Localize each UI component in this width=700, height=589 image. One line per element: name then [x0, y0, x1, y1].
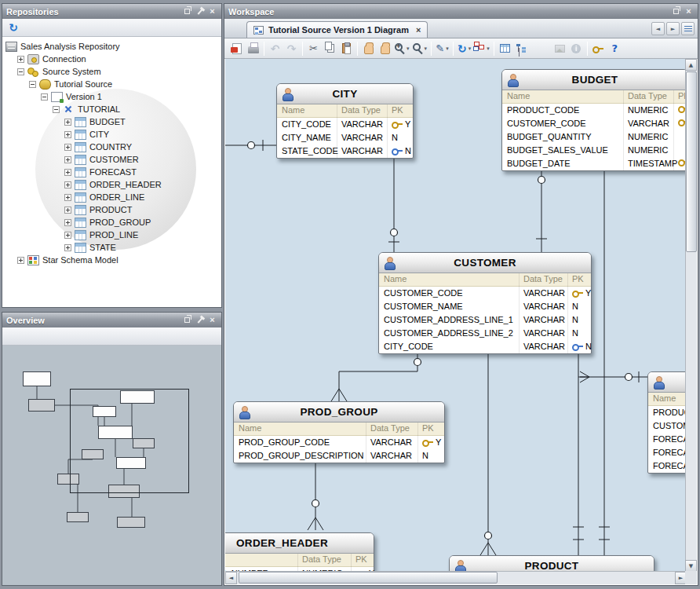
entity-table-product[interactable]: PRODUCT [449, 555, 654, 572]
entity-header[interactable]: BUDGET [502, 70, 687, 90]
zoom-in-icon[interactable]: ▾ [393, 40, 411, 57]
overview-titlebar[interactable]: Overview × [2, 313, 221, 327]
expand-icon[interactable] [64, 219, 71, 226]
entity-table-prod-group[interactable]: PROD_GROUPNameData TypePKPROD_GROUP_CODE… [233, 401, 445, 463]
entity-row-forecast-quantity[interactable]: FORECAST_QUANTITY [648, 433, 687, 446]
float-button[interactable] [671, 6, 681, 16]
grab-icon[interactable] [377, 40, 393, 57]
minimap-viewport[interactable] [70, 389, 189, 493]
tree-item-city[interactable]: CITY [2, 128, 221, 141]
float-button[interactable] [182, 6, 192, 16]
entity-table-forecast[interactable]: FORECASTNameData TypePKPRODUCT_CODECUSTO… [647, 371, 687, 474]
help-icon[interactable]: ? [607, 40, 623, 57]
dropdown-arrow-icon[interactable]: ▾ [425, 46, 428, 52]
float-button[interactable] [182, 315, 192, 325]
horizontal-scrollbar[interactable]: ◄ ► [225, 571, 687, 584]
scroll-tabs-left-button[interactable]: ◄ [651, 22, 665, 35]
tree-item-tutorial-source[interactable]: Tutorial Source [2, 78, 221, 90]
zoom-tool-icon[interactable]: ▾ [411, 40, 429, 57]
repositories-titlebar[interactable]: Repositories × [2, 4, 221, 19]
grid-view-icon[interactable] [497, 40, 513, 57]
tree-item-product[interactable]: PRODUCT [2, 203, 221, 216]
pan-icon[interactable] [360, 40, 377, 57]
entity-header[interactable]: CUSTOMER [379, 253, 591, 273]
expand-icon[interactable] [64, 169, 71, 176]
pin-button[interactable] [195, 6, 205, 16]
collapse-icon[interactable] [17, 68, 24, 75]
entity-row-customer-address-line-2[interactable]: CUSTOMER_ADDRESS_LINE_2VARCHARN [379, 327, 591, 340]
entity-row-budget-sales-value[interactable]: BUDGET_SALES_VALUENUMERIC [502, 144, 687, 157]
entity-table-order-header[interactable]: ORDER_HEADERNameData TypePKORDER_NUMBERN… [225, 532, 374, 572]
collapse-icon[interactable] [29, 81, 36, 88]
vertical-scrollbar[interactable]: ▲ ▼ [685, 59, 697, 572]
hierarchy-view-icon[interactable] [513, 40, 530, 57]
tree-item-country[interactable]: COUNTRY [2, 141, 221, 153]
expand-icon[interactable] [17, 257, 24, 264]
copy-icon[interactable] [322, 40, 338, 57]
tree-item-order-header[interactable]: ORDER_HEADER [2, 178, 221, 191]
entity-row-forecast-sales-value[interactable]: FORECAST_SALES_VALUE [648, 446, 687, 459]
entity-table-budget[interactable]: BUDGETNameData TypePKPRODUCT_CODENUMERIC… [501, 69, 687, 171]
tree-item-star-schema-model[interactable]: Star Schema Model [2, 254, 221, 266]
scroll-up-button[interactable]: ▲ [685, 59, 697, 71]
tree-item-tutorial[interactable]: TUTORIAL [2, 103, 221, 115]
expand-icon[interactable] [17, 56, 24, 63]
close-button[interactable]: × [207, 6, 217, 16]
expand-icon[interactable] [64, 144, 71, 151]
entity-header[interactable]: FORECAST [648, 372, 687, 393]
entity-header[interactable]: PRODUCT [450, 556, 654, 572]
expand-icon[interactable] [64, 181, 71, 188]
overview-minimap[interactable] [2, 346, 221, 585]
entity-table-customer[interactable]: CUSTOMERNameData TypePKCUSTOMER_CODEVARC… [378, 252, 592, 354]
dropdown-arrow-icon[interactable]: ▾ [446, 46, 449, 52]
scroll-left-button[interactable]: ◄ [225, 572, 237, 584]
refresh-repository-button[interactable]: ↻ [5, 20, 21, 35]
expand-icon[interactable] [64, 131, 71, 138]
scroll-tabs-right-button[interactable]: ► [666, 22, 680, 35]
tree-item-prod-group[interactable]: PROD_GROUP [2, 216, 221, 229]
tab-close-icon[interactable]: × [416, 26, 421, 35]
entity-row-customer-code[interactable]: CUSTOMER_CODE [648, 419, 687, 433]
tree-item-state[interactable]: STATE [2, 241, 221, 254]
tree-item-forecast[interactable]: FORECAST [2, 166, 221, 178]
tree-item-source-system[interactable]: Source System [2, 65, 221, 78]
entity-header[interactable]: PROD_GROUP [234, 402, 444, 423]
entity-row-budget-date[interactable]: BUDGET_DATETIMESTAMP [502, 157, 687, 170]
entity-row-budget-quantity[interactable]: BUDGET_QUANTITYNUMERIC [502, 130, 687, 144]
entity-row-prod-group-code[interactable]: PROD_GROUP_CODEVARCHARY [234, 436, 444, 449]
tree-item-version-1[interactable]: Version 1 [2, 90, 221, 103]
horizontal-scrollbar-thumb[interactable] [239, 572, 498, 584]
entity-table-city[interactable]: CITYNameData TypePKCITY_CODEVARCHARYCITY… [276, 83, 414, 159]
entity-row-customer-name[interactable]: CUSTOMER_NAMEVARCHARN [379, 300, 591, 313]
entity-header[interactable]: ORDER_HEADER [225, 533, 374, 554]
tree-item-connection[interactable]: Connection [2, 53, 221, 65]
entity-row-city-code[interactable]: CITY_CODEVARCHARY [277, 118, 413, 131]
entity-row-product-code[interactable]: PRODUCT_CODE [648, 406, 687, 419]
tab-tutorial-source-version-1-diagram[interactable]: Tutorial Source Version 1 Diagram × [246, 21, 428, 38]
collapse-icon[interactable] [41, 93, 48, 101]
paste-icon[interactable] [338, 40, 355, 57]
close-button[interactable]: × [207, 315, 217, 325]
entity-row-prod-group-description[interactable]: PROD_GROUP_DESCRIPTIONVARCHARN [234, 449, 444, 463]
pin-button[interactable] [195, 315, 205, 325]
workspace-titlebar[interactable]: Workspace × [224, 4, 698, 19]
draw-icon[interactable]: ✎▾ [434, 40, 450, 57]
expand-icon[interactable] [64, 232, 71, 239]
tab-list-button[interactable] [681, 22, 695, 35]
collapse-icon[interactable] [53, 106, 60, 113]
tree-item-sales-analysis-repository[interactable]: Sales Analysis Repository [2, 40, 221, 53]
dropdown-arrow-icon[interactable]: ▾ [468, 46, 472, 52]
expand-icon[interactable] [64, 244, 71, 251]
tree-item-budget[interactable]: BUDGET [2, 115, 221, 128]
refresh-diagram-icon[interactable]: ↻▾ [456, 40, 472, 57]
entity-row-customer-code[interactable]: CUSTOMER_CODEVARCHARY [379, 287, 591, 300]
expand-icon[interactable] [64, 207, 71, 214]
entity-row-customer-code[interactable]: CUSTOMER_CODEVARCHAR [502, 117, 687, 130]
entity-row-state-code[interactable]: STATE_CODEVARCHARN [277, 145, 413, 158]
entity-row-city-code[interactable]: CITY_CODEVARCHARN [379, 340, 591, 353]
scroll-down-button[interactable]: ▼ [685, 560, 697, 572]
expand-icon[interactable] [64, 194, 71, 201]
cut-icon[interactable]: ✂ [305, 40, 322, 57]
entity-row-forecast-date[interactable]: FORECAST_DATE [648, 459, 687, 473]
close-button[interactable]: × [684, 6, 694, 16]
